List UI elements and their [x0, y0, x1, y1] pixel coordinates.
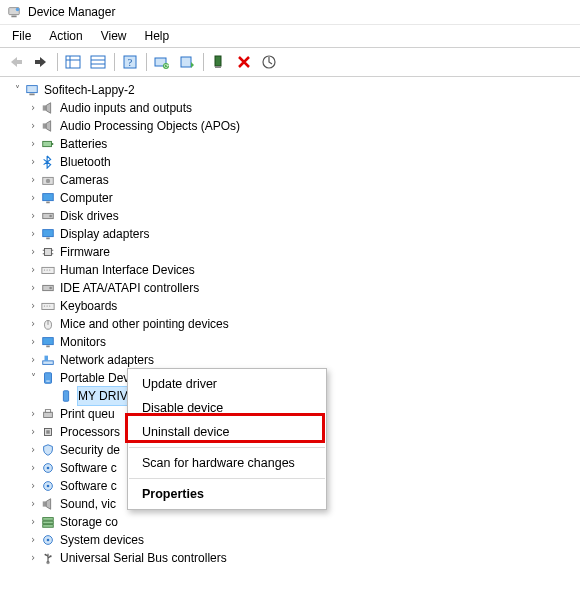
category-icon	[40, 460, 56, 476]
toolbar-separator	[146, 53, 147, 71]
tree-node[interactable]: ›Human Interface Devices	[2, 261, 578, 279]
tree-node[interactable]: ›Keyboards	[2, 297, 578, 315]
node-label: Software c	[60, 477, 123, 495]
expand-icon[interactable]: ›	[26, 135, 40, 153]
svg-point-2	[16, 8, 20, 12]
tree-node[interactable]: ›Audio inputs and outputs	[2, 99, 578, 117]
node-label: Print queu	[60, 405, 121, 423]
category-icon	[40, 514, 56, 530]
uninstall-icon[interactable]	[207, 51, 231, 73]
details-icon[interactable]	[86, 51, 110, 73]
svg-rect-34	[45, 249, 52, 256]
expand-icon[interactable]: ›	[26, 333, 40, 351]
ctx-properties[interactable]: Properties	[128, 482, 326, 506]
expand-icon[interactable]: ›	[26, 531, 40, 549]
expand-icon[interactable]: ›	[26, 153, 40, 171]
expand-icon[interactable]: ›	[26, 171, 40, 189]
ctx-divider	[129, 478, 325, 479]
forward-button-icon[interactable]	[29, 51, 53, 73]
svg-rect-33	[46, 238, 50, 240]
expand-icon[interactable]: ›	[26, 495, 40, 513]
svg-rect-45	[42, 303, 54, 309]
tree-node[interactable]: ›Cameras	[2, 171, 578, 189]
svg-rect-28	[43, 194, 54, 201]
properties-icon[interactable]	[257, 51, 281, 73]
tree-node[interactable]: ›Display adapters	[2, 225, 578, 243]
back-button-icon[interactable]	[4, 51, 28, 73]
expand-icon[interactable]: ›	[26, 117, 40, 135]
expand-icon[interactable]: ›	[26, 513, 40, 531]
svg-rect-53	[43, 361, 54, 365]
expand-icon[interactable]: ›	[26, 225, 40, 243]
expand-icon[interactable]: ›	[26, 189, 40, 207]
svg-rect-24	[43, 141, 52, 146]
toolbar-separator	[114, 53, 115, 71]
tree-node[interactable]: ›Bluetooth	[2, 153, 578, 171]
tree-node[interactable]: ›System devices	[2, 531, 578, 549]
computer-icon	[24, 82, 40, 98]
tree-node[interactable]: ›IDE ATA/ATAPI controllers	[2, 279, 578, 297]
expand-icon[interactable]: ›	[26, 261, 40, 279]
svg-rect-56	[46, 381, 50, 382]
expand-icon[interactable]: ›	[26, 423, 40, 441]
node-label: Firmware	[60, 243, 116, 261]
expand-icon[interactable]: ›	[26, 441, 40, 459]
delete-icon[interactable]	[232, 51, 256, 73]
category-icon	[40, 226, 56, 242]
tree-node[interactable]: ›Disk drives	[2, 207, 578, 225]
expand-icon[interactable]: ›	[26, 405, 40, 423]
node-label: Bluetooth	[60, 153, 117, 171]
node-label: Audio Processing Objects (APOs)	[60, 117, 246, 135]
node-label: Keyboards	[60, 297, 123, 315]
expand-icon[interactable]: ›	[26, 279, 40, 297]
svg-point-40	[44, 269, 45, 270]
tree-node[interactable]: ›Batteries	[2, 135, 578, 153]
menu-help[interactable]: Help	[137, 27, 178, 45]
update-driver-icon[interactable]	[175, 51, 199, 73]
expand-icon[interactable]: ›	[26, 477, 40, 495]
ctx-update-driver[interactable]: Update driver	[128, 372, 326, 396]
category-icon	[40, 100, 56, 116]
expand-icon[interactable]: ›	[26, 99, 40, 117]
category-icon	[40, 352, 56, 368]
node-label: Security de	[60, 441, 126, 459]
tree-node[interactable]: ›Monitors	[2, 333, 578, 351]
scan-hardware-icon[interactable]: ⟳	[150, 51, 174, 73]
tree-node[interactable]: ›Firmware	[2, 243, 578, 261]
svg-point-27	[46, 179, 50, 183]
collapse-icon[interactable]: ˅	[26, 369, 40, 387]
expand-icon[interactable]: ›	[26, 459, 40, 477]
context-menu: Update driver Disable device Uninstall d…	[127, 368, 327, 510]
svg-rect-4	[35, 60, 41, 64]
tree-node[interactable]: ›Computer	[2, 189, 578, 207]
ctx-disable-device[interactable]: Disable device	[128, 396, 326, 420]
expand-icon[interactable]: ›	[26, 243, 40, 261]
expand-icon[interactable]: ›	[26, 207, 40, 225]
tree-node[interactable]: ›Mice and other pointing devices	[2, 315, 578, 333]
tree-node[interactable]: ›Storage co	[2, 513, 578, 531]
tree-node[interactable]: ›Network adapters	[2, 351, 578, 369]
category-icon	[40, 532, 56, 548]
svg-point-65	[47, 485, 50, 488]
tree-node[interactable]: ›Audio Processing Objects (APOs)	[2, 117, 578, 135]
help-icon[interactable]: ?	[118, 51, 142, 73]
ctx-uninstall-device[interactable]: Uninstall device	[128, 420, 326, 444]
svg-rect-22	[43, 105, 47, 110]
collapse-icon[interactable]: ˅	[10, 81, 24, 99]
menu-view[interactable]: View	[93, 27, 135, 45]
node-label: Universal Serial Bus controllers	[60, 549, 233, 567]
menu-action[interactable]: Action	[41, 27, 90, 45]
menu-file[interactable]: File	[4, 27, 39, 45]
tree-node[interactable]: ›Universal Serial Bus controllers	[2, 549, 578, 567]
svg-rect-59	[45, 410, 50, 413]
ctx-scan-hardware[interactable]: Scan for hardware changes	[128, 451, 326, 475]
expand-icon[interactable]: ›	[26, 351, 40, 369]
expand-icon[interactable]: ›	[26, 297, 40, 315]
node-label: Storage co	[60, 513, 124, 531]
show-hidden-icon[interactable]	[61, 51, 85, 73]
category-icon	[40, 208, 56, 224]
expand-icon[interactable]: ›	[26, 315, 40, 333]
titlebar: Device Manager	[0, 0, 580, 25]
tree-root[interactable]: ˅ Sofitech-Lappy-2	[2, 81, 578, 99]
expand-icon[interactable]: ›	[26, 549, 40, 567]
